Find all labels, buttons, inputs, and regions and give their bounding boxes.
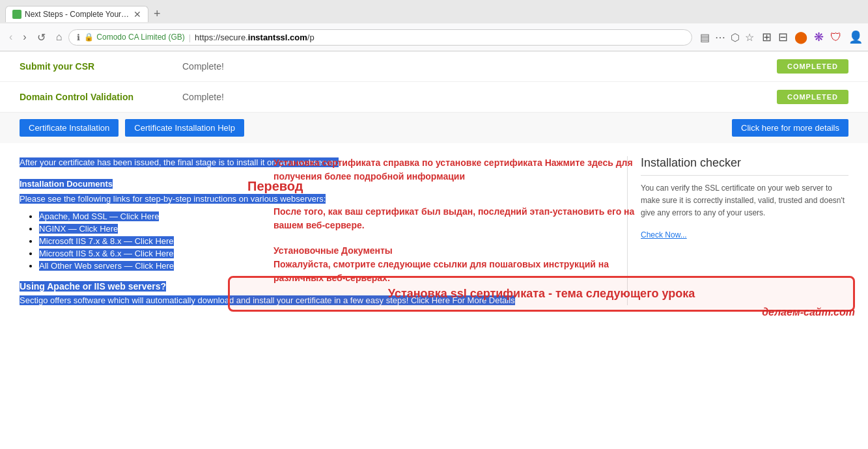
domain-validation-row: Domain Control Validation Complete! COMP… <box>0 82 868 113</box>
other-servers-link[interactable]: All Other Web servers — Click Here <box>39 261 174 271</box>
domain-validation-value: Complete! <box>182 92 777 102</box>
list-item: Microsoft IIS 7.x & 8.x — Click Here <box>39 236 608 246</box>
new-tab-button[interactable]: + <box>154 7 161 21</box>
click-more-details-button[interactable]: Click here for more details <box>732 119 848 137</box>
url-text: https://secure.instantssl.com/p <box>195 33 684 42</box>
back-button[interactable]: ‹ <box>5 29 16 46</box>
tab-close-button[interactable]: ✕ <box>133 9 141 20</box>
list-item: NGINX — Click Here <box>39 224 608 234</box>
page-content: Submit your CSR Complete! COMPLETED Doma… <box>0 51 868 449</box>
security-badge: 🔒 Comodo CA Limited (GB) <box>84 33 184 42</box>
home-button[interactable]: ⌂ <box>52 29 66 46</box>
firefox-icon[interactable]: ⬤ <box>794 30 807 44</box>
install-links-list: Apache, Mod SSL — Click Here NGINX — Cli… <box>39 211 608 271</box>
submit-csr-label: Submit your CSR <box>20 61 182 72</box>
main-body: After your certificate has been issued, … <box>0 143 868 318</box>
sectigo-text: Sectigo offers software which will autom… <box>20 295 515 305</box>
nav-icons: ▤ ⋯ ⬡ ☆ <box>700 31 754 44</box>
more-icon[interactable]: ⋯ <box>715 31 725 44</box>
forward-button[interactable]: › <box>19 29 30 46</box>
library-icon[interactable]: ⊞ <box>762 30 772 44</box>
reader-icon[interactable]: ▤ <box>700 31 710 44</box>
domain-validation-label: Domain Control Validation <box>20 92 182 102</box>
submit-csr-badge: COMPLETED <box>777 59 848 74</box>
profile-icon[interactable]: 👤 <box>848 30 863 44</box>
submit-csr-value: Complete! <box>182 61 777 72</box>
tab-bar: Next Steps - Complete Your SS ✕ + <box>0 0 868 23</box>
extensions-icon[interactable]: ❋ <box>814 30 824 44</box>
certificate-installation-help-button[interactable]: Certificate Installation Help <box>125 119 244 137</box>
certificate-installation-button[interactable]: Certificate Installation <box>20 119 119 137</box>
refresh-button[interactable]: ↺ <box>33 29 49 46</box>
nav-bar: ‹ › ↺ ⌂ ℹ 🔒 Comodo CA Limited (GB) | htt… <box>0 23 868 51</box>
shield-icon[interactable]: 🛡 <box>830 31 842 44</box>
using-apache-title[interactable]: Using Apache or IIS web servers? <box>20 281 166 292</box>
address-bar[interactable]: ℹ 🔒 Comodo CA Limited (GB) | https://sec… <box>68 29 692 46</box>
iis78-link[interactable]: Microsoft IIS 7.x & 8.x — Click Here <box>39 236 174 246</box>
install-docs-intro: Please see the following links for step-… <box>20 194 326 204</box>
security-info-icon[interactable]: ℹ <box>77 33 80 42</box>
checker-body: You can verify the SSL certificate on yo… <box>641 182 848 220</box>
nginx-link[interactable]: NGINX — Click Here <box>39 224 118 234</box>
pocket-icon[interactable]: ⬡ <box>731 31 740 44</box>
intro-text: After your certificate has been issued, … <box>20 157 339 167</box>
active-tab[interactable]: Next Steps - Complete Your SS ✕ <box>5 6 148 22</box>
install-buttons-row: Certificate Installation Certificate Ins… <box>0 113 868 143</box>
toolbar-icons: ⊞ ⊟ ⬤ ❋ 🛡 👤 <box>762 30 863 44</box>
install-docs-title: Installation Documents <box>20 179 113 189</box>
main-right: Installation checker You can verify the … <box>627 156 848 305</box>
check-now-link[interactable]: Check Now... <box>641 230 687 239</box>
domain-validation-badge: COMPLETED <box>777 90 848 104</box>
list-item: Apache, Mod SSL — Click Here <box>39 211 608 221</box>
lock-icon: 🔒 <box>84 33 94 42</box>
sync-icon[interactable]: ⊟ <box>778 30 788 44</box>
apache-link[interactable]: Apache, Mod SSL — Click Here <box>39 211 159 221</box>
iis56-link[interactable]: Microsoft IIS 5.x & 6.x — Click Here <box>39 249 174 258</box>
bookmark-icon[interactable]: ☆ <box>745 31 754 44</box>
tab-favicon <box>12 10 21 19</box>
checker-title: Installation checker <box>641 156 848 176</box>
list-item: All Other Web servers — Click Here <box>39 261 608 271</box>
main-body-container: After your certificate has been issued, … <box>0 143 868 318</box>
list-item: Microsoft IIS 5.x & 6.x — Click Here <box>39 249 608 258</box>
submit-csr-row: Submit your CSR Complete! COMPLETED <box>0 51 868 82</box>
tab-title: Next Steps - Complete Your SS <box>25 10 130 19</box>
main-left: After your certificate has been issued, … <box>20 156 608 305</box>
